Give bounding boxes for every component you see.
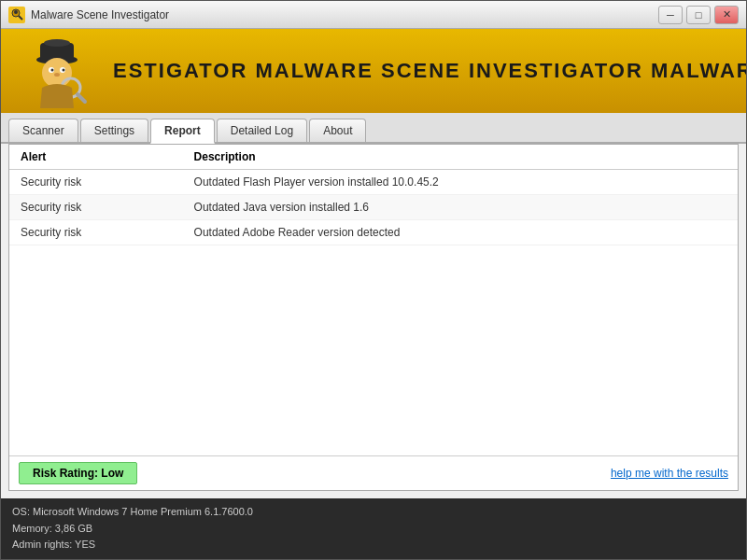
content-area: Alert Description Security riskOutdated … <box>8 144 739 491</box>
cell-description: Outdated Adobe Reader version detected <box>183 220 738 245</box>
main-window: Malware Scene Investigator ─ □ ✕ <box>0 0 747 560</box>
table-scroll[interactable]: Alert Description Security riskOutdated … <box>9 145 738 455</box>
sysinfo-bar: OS: Microsoft Windows 7 Home Premium 6.1… <box>1 498 746 559</box>
window-title: Malware Scene Investigator <box>31 8 658 21</box>
tab-bar: Scanner Settings Report Detailed Log Abo… <box>1 113 746 144</box>
minimize-button[interactable]: ─ <box>658 6 683 24</box>
cell-alert: Security risk <box>9 170 183 195</box>
report-table: Alert Description Security riskOutdated … <box>9 145 738 245</box>
sysinfo-os: OS: Microsoft Windows 7 Home Premium 6.1… <box>12 504 735 521</box>
table-header-row: Alert Description <box>9 145 738 170</box>
tab-about[interactable]: About <box>309 119 366 142</box>
cell-description: Outdated Java version installed 1.6 <box>183 195 738 220</box>
svg-point-1 <box>14 10 18 14</box>
tab-scanner[interactable]: Scanner <box>8 119 78 142</box>
sysinfo-admin: Admin rights: YES <box>12 537 735 553</box>
detective-logo-icon <box>20 34 94 108</box>
help-link[interactable]: help me with the results <box>611 467 728 480</box>
sysinfo-memory: Memory: 3,86 GB <box>12 521 735 538</box>
banner-text: ESTIGATOR MALWARE SCENE INVESTIGATOR MAL… <box>113 59 746 83</box>
content-wrapper: Alert Description Security riskOutdated … <box>1 144 746 498</box>
svg-point-10 <box>63 69 65 72</box>
svg-line-2 <box>19 16 22 20</box>
header-banner: ESTIGATOR MALWARE SCENE INVESTIGATOR MAL… <box>1 29 746 113</box>
cell-alert: Security risk <box>9 195 183 220</box>
column-alert: Alert <box>9 145 183 170</box>
svg-point-9 <box>51 69 54 72</box>
maximize-button[interactable]: □ <box>686 6 711 24</box>
risk-badge: Risk Rating: Low <box>19 462 137 484</box>
column-description: Description <box>183 145 738 170</box>
logo-area <box>1 29 113 113</box>
cell-description: Outdated Flash Player version installed … <box>183 170 738 195</box>
svg-line-13 <box>78 94 85 102</box>
titlebar: Malware Scene Investigator ─ □ ✕ <box>1 1 746 29</box>
tab-settings[interactable]: Settings <box>80 119 148 142</box>
table-row: Security riskOutdated Adobe Reader versi… <box>9 220 738 245</box>
bottom-bar: Risk Rating: Low help me with the result… <box>9 455 738 490</box>
svg-point-11 <box>54 73 60 77</box>
window-controls: ─ □ ✕ <box>658 6 739 24</box>
table-row: Security riskOutdated Java version insta… <box>9 195 738 220</box>
tab-detailed-log[interactable]: Detailed Log <box>217 119 307 142</box>
close-button[interactable]: ✕ <box>714 6 739 24</box>
app-icon <box>8 7 25 23</box>
tab-report[interactable]: Report <box>150 119 215 144</box>
cell-alert: Security risk <box>9 220 183 245</box>
table-row: Security riskOutdated Flash Player versi… <box>9 170 738 195</box>
svg-point-5 <box>44 39 70 47</box>
